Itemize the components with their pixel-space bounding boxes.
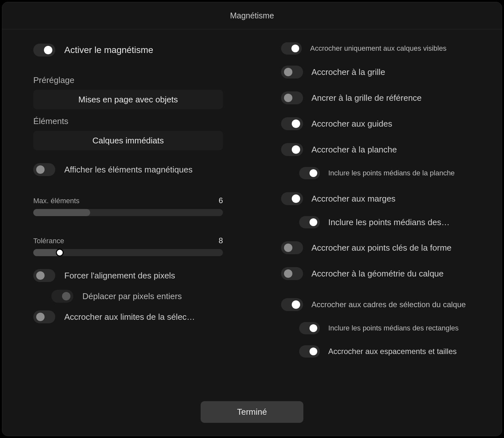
window-title: Magnétisme bbox=[230, 11, 274, 20]
snap-artboard-label: Accrocher à la planche bbox=[311, 145, 471, 155]
snap-spacing-label: Accrocher aux espacements et tailles bbox=[328, 347, 471, 356]
preset-value: Mises en page avec objets bbox=[79, 95, 178, 105]
include-margin-mid-row: Inclure les points médians des… bbox=[281, 216, 471, 228]
snap-selection-bounds-label: Accrocher aux limites de la sélec… bbox=[64, 312, 223, 322]
tolerance-label: Tolérance bbox=[33, 237, 64, 245]
include-artboard-mid-label: Inclure les points médians de la planche bbox=[328, 169, 471, 177]
tolerance-block: Tolérance 8 bbox=[33, 236, 223, 256]
snap-selection-bounds-toggle[interactable] bbox=[33, 310, 55, 323]
tolerance-slider[interactable] bbox=[33, 249, 223, 256]
snap-layer-geom-label: Accrocher à la géométrie du calque bbox=[311, 269, 471, 279]
include-rect-mid-toggle[interactable] bbox=[299, 322, 320, 334]
show-elements-row: Afficher les éléments magnétiques bbox=[33, 163, 223, 176]
snap-margins-row: Accrocher aux marges bbox=[281, 192, 471, 205]
anchor-ref-grid-row: Ancrer à la grille de référence bbox=[281, 91, 471, 104]
snap-grid-label: Accrocher à la grille bbox=[311, 67, 471, 77]
snap-guides-toggle[interactable] bbox=[281, 117, 303, 130]
snap-bbox-toggle[interactable] bbox=[281, 298, 303, 311]
snap-artboard-toggle[interactable] bbox=[281, 143, 303, 156]
snap-guides-row: Accrocher aux guides bbox=[281, 117, 471, 130]
snap-keypoints-row: Accrocher aux points clés de la forme bbox=[281, 241, 471, 254]
snap-keypoints-label: Accrocher aux points clés de la forme bbox=[311, 243, 471, 253]
tolerance-thumb[interactable] bbox=[56, 249, 64, 256]
move-whole-pixels-toggle[interactable] bbox=[51, 290, 73, 303]
titlebar: Magnétisme bbox=[2, 2, 502, 29]
snap-guides-label: Accrocher aux guides bbox=[311, 119, 471, 129]
snap-spacing-row: Accrocher aux espacements et tailles bbox=[281, 345, 471, 358]
include-rect-mid-row: Inclure les points médians des rectangle… bbox=[281, 322, 471, 334]
anchor-ref-grid-label: Ancrer à la grille de référence bbox=[311, 93, 471, 103]
max-elements-slider[interactable] bbox=[33, 209, 223, 216]
snap-layer-geom-toggle[interactable] bbox=[281, 267, 303, 280]
show-elements-toggle[interactable] bbox=[33, 163, 55, 176]
elements-label: Éléments bbox=[33, 116, 223, 126]
move-whole-pixels-label: Déplacer par pixels entiers bbox=[82, 291, 223, 301]
include-artboard-mid-row: Inclure les points médians de la planche bbox=[281, 167, 471, 179]
elements-select[interactable]: Calques immédiats bbox=[33, 131, 223, 150]
snap-artboard-row: Accrocher à la planche bbox=[281, 143, 471, 156]
max-elements-fill bbox=[33, 209, 90, 216]
preset-label: Préréglage bbox=[33, 75, 223, 85]
max-elements-value: 6 bbox=[219, 196, 223, 205]
enable-snapping-row: Activer le magnétisme bbox=[33, 44, 223, 57]
move-whole-pixels-row: Déplacer par pixels entiers bbox=[33, 290, 223, 303]
elements-value: Calques immédiats bbox=[92, 136, 164, 146]
force-pixel-row: Forcer l'alignement des pixels bbox=[33, 269, 223, 282]
left-column: Activer le magnétisme Préréglage Mises e… bbox=[33, 44, 223, 393]
done-button-label: Terminé bbox=[237, 407, 267, 417]
show-elements-label: Afficher les éléments magnétiques bbox=[64, 165, 223, 175]
right-column: Accrocher uniquement aux calques visible… bbox=[281, 44, 471, 393]
include-margin-mid-toggle[interactable] bbox=[299, 216, 320, 228]
anchor-ref-grid-toggle[interactable] bbox=[281, 91, 303, 104]
max-elements-label: Max. éléments bbox=[33, 197, 79, 205]
snap-layer-geom-row: Accrocher à la géométrie du calque bbox=[281, 267, 471, 280]
done-button[interactable]: Terminé bbox=[201, 401, 303, 423]
preset-select[interactable]: Mises en page avec objets bbox=[33, 90, 223, 109]
snap-margins-toggle[interactable] bbox=[281, 192, 303, 205]
snap-keypoints-toggle[interactable] bbox=[281, 241, 303, 254]
force-pixel-label: Forcer l'alignement des pixels bbox=[64, 271, 223, 281]
snapping-preferences-window: Magnétisme Activer le magnétisme Prérégl… bbox=[2, 2, 502, 436]
force-pixel-toggle[interactable] bbox=[33, 269, 55, 282]
visible-layers-toggle[interactable] bbox=[281, 42, 302, 55]
visible-layers-label: Accrocher uniquement aux calques visible… bbox=[310, 44, 471, 53]
footer: Terminé bbox=[2, 393, 502, 436]
snap-bbox-label: Accrocher aux cadres de sélection du cal… bbox=[311, 300, 471, 309]
snap-bbox-row: Accrocher aux cadres de sélection du cal… bbox=[281, 298, 471, 311]
snap-margins-label: Accrocher aux marges bbox=[311, 194, 471, 204]
content-area: Activer le magnétisme Préréglage Mises e… bbox=[2, 29, 502, 393]
max-elements-block: Max. éléments 6 bbox=[33, 196, 223, 216]
enable-snapping-label: Activer le magnétisme bbox=[64, 45, 223, 55]
include-margin-mid-label: Inclure les points médians des… bbox=[328, 217, 471, 227]
tolerance-value: 8 bbox=[219, 236, 223, 245]
include-artboard-mid-toggle[interactable] bbox=[299, 167, 320, 179]
visible-layers-row: Accrocher uniquement aux calques visible… bbox=[281, 42, 471, 55]
snap-grid-toggle[interactable] bbox=[281, 66, 303, 78]
snap-selection-bounds-row: Accrocher aux limites de la sélec… bbox=[33, 310, 223, 323]
snap-grid-row: Accrocher à la grille bbox=[281, 66, 471, 78]
snap-spacing-toggle[interactable] bbox=[299, 345, 320, 358]
include-rect-mid-label: Inclure les points médians des rectangle… bbox=[328, 324, 471, 332]
enable-snapping-toggle[interactable] bbox=[33, 44, 55, 57]
